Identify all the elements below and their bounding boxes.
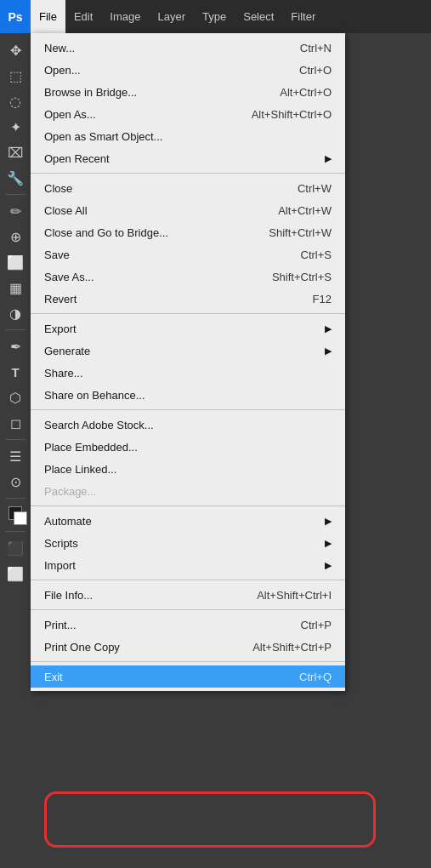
zoom-tool-icon[interactable]: ⊙ xyxy=(3,470,28,494)
menu-item-revert[interactable]: Revert F12 xyxy=(31,288,345,310)
separator-5 xyxy=(31,580,345,580)
gradient-tool-icon[interactable]: ▦ xyxy=(3,276,28,300)
shape-tool-icon[interactable]: ◻ xyxy=(3,411,28,435)
tool-separator-2 xyxy=(5,329,26,330)
eyedropper-tool-icon[interactable]: 🔧 xyxy=(3,166,28,190)
exit-highlight-circle xyxy=(44,791,376,848)
menu-item-layer[interactable]: Layer xyxy=(150,0,195,33)
move-tool-icon[interactable]: ✥ xyxy=(3,38,28,62)
separator-3 xyxy=(31,409,345,410)
menu-item-close-all[interactable]: Close All Alt+Ctrl+W xyxy=(31,199,345,221)
separator-4 xyxy=(31,505,345,506)
menu-item-export[interactable]: Export ▶ xyxy=(31,317,345,340)
crop-tool-icon[interactable]: ⌧ xyxy=(3,140,28,164)
separator-1 xyxy=(31,173,345,174)
tool-separator-1 xyxy=(5,194,26,195)
path-tool-icon[interactable]: ⬡ xyxy=(3,385,28,409)
menu-item-open-recent[interactable]: Open Recent ▶ xyxy=(31,147,345,169)
dodge-tool-icon[interactable]: ◑ xyxy=(3,301,28,325)
screen-mode-icon[interactable]: ⬜ xyxy=(3,562,28,585)
menu-item-close-bridge[interactable]: Close and Go to Bridge... Shift+Ctrl+W xyxy=(31,221,345,243)
menu-item-open-smart-object[interactable]: Open as Smart Object... xyxy=(31,125,345,147)
menu-item-scripts[interactable]: Scripts ▶ xyxy=(31,532,345,554)
tool-separator-3 xyxy=(5,439,26,440)
menu-item-share[interactable]: Share... xyxy=(31,362,345,384)
menu-bar: Ps File Edit Image Layer Type Select Fil… xyxy=(0,0,431,33)
brush-tool-icon[interactable]: ✏ xyxy=(3,199,28,223)
separator-2 xyxy=(31,313,345,314)
menu-item-filter[interactable]: Filter xyxy=(282,0,324,33)
menu-item-file[interactable]: File xyxy=(31,0,65,33)
menu-item-print-one-copy[interactable]: Print One Copy Alt+Shift+Ctrl+P xyxy=(31,636,345,658)
lasso-tool-icon[interactable]: ◌ xyxy=(3,89,28,113)
menu-item-select[interactable]: Select xyxy=(235,0,282,33)
clone-tool-icon[interactable]: ⊕ xyxy=(3,225,28,248)
menu-item-generate[interactable]: Generate ▶ xyxy=(31,340,345,362)
menu-item-print[interactable]: Print... Ctrl+P xyxy=(31,614,345,636)
menu-item-share-behance[interactable]: Share on Behance... xyxy=(31,384,345,406)
menu-item-import[interactable]: Import ▶ xyxy=(31,554,345,576)
foreground-color-icon[interactable] xyxy=(3,503,28,527)
wand-tool-icon[interactable]: ✦ xyxy=(3,115,28,139)
menu-item-exit[interactable]: Exit Ctrl+Q xyxy=(31,665,345,688)
file-dropdown-menu: New... Ctrl+N Open... Ctrl+O Browse in B… xyxy=(31,33,345,691)
menu-item-open[interactable]: Open... Ctrl+O xyxy=(31,59,345,81)
menu-item-save[interactable]: Save Ctrl+S xyxy=(31,243,345,266)
left-toolbar: ✥ ⬚ ◌ ✦ ⌧ 🔧 ✏ ⊕ ⬜ ▦ ◑ ✒ T ⬡ ◻ ☰ ⊙ ⬛ ⬜ xyxy=(0,33,31,868)
separator-6 xyxy=(31,609,345,610)
menu-item-open-as[interactable]: Open As... Alt+Shift+Ctrl+O xyxy=(31,103,345,125)
menu-item-save-as[interactable]: Save As... Shift+Ctrl+S xyxy=(31,266,345,288)
pen-tool-icon[interactable]: ✒ xyxy=(3,334,28,358)
separator-7 xyxy=(31,661,345,662)
menu-item-edit[interactable]: Edit xyxy=(65,0,101,33)
marquee-tool-icon[interactable]: ⬚ xyxy=(3,64,28,88)
menu-item-package: Package... xyxy=(31,480,345,502)
eraser-tool-icon[interactable]: ⬜ xyxy=(3,250,28,274)
mask-mode-icon[interactable]: ⬛ xyxy=(3,536,28,560)
menu-item-search-stock[interactable]: Search Adobe Stock... xyxy=(31,414,345,436)
menu-item-place-embedded[interactable]: Place Embedded... xyxy=(31,436,345,458)
tool-separator-5 xyxy=(5,531,26,532)
hand-tool-icon[interactable]: ☰ xyxy=(3,444,28,468)
menu-item-image[interactable]: Image xyxy=(101,0,149,33)
menu-item-close[interactable]: Close Ctrl+W xyxy=(31,177,345,199)
menu-item-automate[interactable]: Automate ▶ xyxy=(31,510,345,532)
tool-separator-4 xyxy=(5,498,26,499)
menu-item-new[interactable]: New... Ctrl+N xyxy=(31,37,345,59)
menu-item-browse-bridge[interactable]: Browse in Bridge... Alt+Ctrl+O xyxy=(31,81,345,103)
ps-logo: Ps xyxy=(0,0,31,33)
menu-item-type[interactable]: Type xyxy=(194,0,235,33)
menu-item-file-info[interactable]: File Info... Alt+Shift+Ctrl+I xyxy=(31,584,345,606)
menu-item-place-linked[interactable]: Place Linked... xyxy=(31,458,345,480)
type-tool-icon[interactable]: T xyxy=(3,360,28,384)
